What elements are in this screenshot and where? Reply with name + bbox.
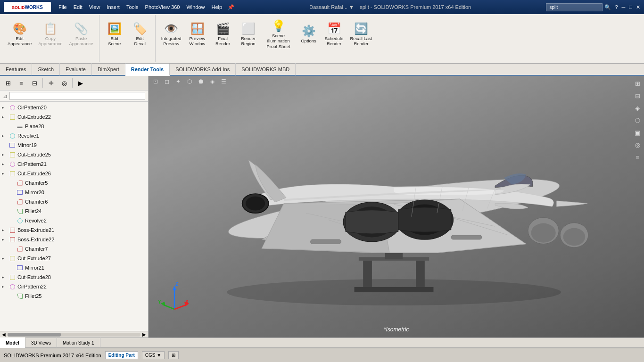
render-region-icon: ⬜ [241, 23, 256, 34]
scroll-left-btn[interactable]: ◀ [2, 332, 6, 337]
sidebar-btn-home[interactable]: ⊞ [2, 77, 14, 89]
edit-appearance-label: EditAppearance [8, 36, 32, 47]
tab-model[interactable]: Model [0, 337, 25, 348]
tree-item-cut-extrude-26[interactable]: ▸ Cut-Extrude26 [0, 169, 148, 178]
final-render-button[interactable]: 🎬 FinalRender [211, 17, 235, 52]
menu-bar: File Edit View Insert Tools PhotoView 36… [56, 3, 225, 11]
tree-item-boss-extrude-21[interactable]: ▸ Boss-Extrude21 [0, 225, 148, 235]
vp-edit-appear-btn[interactable]: ✦ [173, 77, 183, 86]
sidebar-btn-view[interactable]: ◎ [58, 77, 70, 89]
sidebar-btn-more[interactable]: ▶ [74, 77, 87, 89]
vp-right-btn-6[interactable]: ◎ [632, 139, 643, 150]
tab-dimxpert[interactable]: DimXpert [92, 63, 125, 75]
jet-svg [158, 90, 630, 319]
menu-file[interactable]: File [56, 3, 70, 11]
status-bar: SOLIDWORKS Premium 2017 x64 Edition Edit… [0, 348, 644, 362]
cir-pattern-21-icon [8, 160, 16, 168]
tab-features[interactable]: Features [0, 63, 32, 75]
edit-decal-button[interactable]: 🏷️ EditDecal [128, 17, 152, 52]
options-button[interactable]: ⚙️ Options [297, 17, 321, 52]
tree-item-plane28[interactable]: ▬ Plane28 [0, 122, 148, 131]
tab-solidworks-mbd[interactable]: SOLIDWORKS MBD [236, 63, 296, 75]
tree-item-cut-extrude-28[interactable]: ▸ Cut-Extrude28 [0, 272, 148, 282]
tab-3d-views[interactable]: 3D Views [25, 337, 57, 348]
menu-photoview[interactable]: PhotoView 360 [142, 3, 183, 11]
cut-extrude-22-label: Cut-Extrude22 [17, 114, 51, 120]
z-label: Z [175, 281, 178, 287]
vp-right-btn-3[interactable]: ◈ [632, 102, 643, 114]
tab-motion-study[interactable]: Motion Study 1 [57, 337, 100, 348]
tree-item-cut-extrude-25[interactable]: ▸ Cut-Extrude25 [0, 150, 148, 159]
tree-item-mirror20[interactable]: Mirror20 [0, 188, 148, 197]
minimize-icon[interactable]: ─ [622, 4, 626, 10]
menu-insert[interactable]: Insert [104, 3, 123, 11]
menu-window[interactable]: Window [183, 3, 207, 11]
expander: ▸ [2, 275, 8, 280]
menu-tools[interactable]: Tools [124, 3, 141, 11]
tree-item-chamfer7[interactable]: Chamfer7 [0, 244, 148, 254]
sidebar-btn-list[interactable]: ≡ [15, 77, 27, 89]
tree-item-mirror21[interactable]: Mirror21 [0, 263, 148, 272]
chamfer5-icon [16, 179, 24, 187]
tree-item-chamfer6[interactable]: Chamfer6 [0, 197, 148, 206]
engine-body-left [346, 210, 398, 234]
cgs-status[interactable]: CGS ▼ [142, 351, 165, 359]
recall-last-render-button[interactable]: 🔄 Recall LastRender [347, 17, 375, 52]
menu-view[interactable]: View [86, 3, 103, 11]
copy-appearance-button[interactable]: 📋 CopyAppearance [35, 17, 65, 52]
edit-scene-button[interactable]: 🖼️ EditScene [102, 17, 127, 52]
integrated-preview-button[interactable]: 👁️ IntegratedPreview [158, 17, 184, 52]
vp-shaded-btn[interactable]: ◻ [162, 77, 172, 86]
landing-gear-right-inner [531, 223, 556, 243]
chamfer7-label: Chamfer7 [25, 246, 48, 252]
tree-item-revolve2[interactable]: Revolve2 [0, 216, 148, 225]
tree-item-cut-extrude-27[interactable]: ▸ Cut-Extrude27 [0, 254, 148, 263]
scene-illumination-button[interactable]: 💡 Scene IlluminationProof Sheet [262, 17, 296, 52]
tree-item-cut-extrude-22[interactable]: ▸ Cut-Extrude22 [0, 112, 148, 122]
menu-edit[interactable]: Edit [71, 3, 85, 11]
preview-window-button[interactable]: 🪟 PreviewWindow [185, 17, 210, 52]
tab-solidworks-addins[interactable]: SOLIDWORKS Add-Ins [170, 63, 236, 75]
tab-evaluate[interactable]: Evaluate [60, 63, 92, 75]
tree-item-cir-pattern-21[interactable]: ▸ CirPattern21 [0, 159, 148, 169]
sidebar-btn-collapse[interactable]: ⊟ [28, 77, 41, 89]
tree-item-fillet24[interactable]: Fillet24 [0, 206, 148, 216]
extra-status-icon[interactable]: ⊞ [168, 351, 179, 359]
vp-camera-btn[interactable]: ◈ [207, 77, 217, 86]
expander [9, 181, 16, 185]
filter-input[interactable] [9, 92, 145, 100]
vp-right-btn-5[interactable]: ▣ [632, 127, 643, 138]
scroll-right-btn[interactable]: ▶ [142, 332, 146, 337]
tab-render-tools[interactable]: Render Tools [125, 64, 170, 76]
jet-model-container [158, 90, 630, 319]
vp-right-btn-7[interactable]: ≡ [632, 151, 643, 163]
tab-sketch[interactable]: Sketch [32, 63, 60, 75]
pin-icon[interactable]: 📌 [228, 4, 234, 10]
menu-help[interactable]: Help [209, 3, 225, 11]
tree-item-cir-pattern-20[interactable]: ▸ CirPattern20 [0, 103, 148, 112]
vp-view-orient-btn[interactable]: ⊡ [150, 77, 161, 86]
scroll-bar[interactable] [8, 333, 140, 337]
search-icon[interactable]: 🔍 [604, 4, 611, 10]
vp-lights-btn[interactable]: ⬟ [196, 77, 206, 86]
vp-right-btn-2[interactable]: ⊟ [632, 90, 643, 101]
help-icon[interactable]: ? [615, 4, 618, 10]
render-region-button[interactable]: ⬜ RenderRegion [236, 17, 261, 52]
tree-item-chamfer5[interactable]: Chamfer5 [0, 178, 148, 188]
vp-right-btn-4[interactable]: ⬡ [632, 115, 643, 126]
vp-menu-btn[interactable]: ☰ [218, 77, 229, 86]
tree-item-boss-extrude-22[interactable]: ▸ Boss-Extrude22 [0, 235, 148, 244]
edit-appearance-button[interactable]: 🎨 EditAppearance [5, 17, 34, 52]
search-input[interactable] [546, 3, 603, 11]
vp-scene-btn[interactable]: ⬡ [184, 77, 195, 86]
schedule-render-button[interactable]: 📅 ScheduleRender [322, 17, 347, 52]
tree-item-cir-pattern-22[interactable]: ▸ CirPattern22 [0, 282, 148, 291]
copy-appearance-label: CopyAppearance [38, 36, 62, 47]
tree-item-revolve1[interactable]: ▸ Revolve1 [0, 131, 148, 140]
paste-appearance-button[interactable]: 📎 PasteAppearance [66, 17, 96, 52]
close-icon[interactable]: ✕ [636, 4, 640, 10]
sidebar-btn-add[interactable]: ✛ [45, 77, 57, 89]
maximize-icon[interactable]: □ [629, 4, 632, 10]
tree-item-mirror19[interactable]: Mirror19 [0, 140, 148, 150]
tree-item-fillet25[interactable]: Fillet25 [0, 291, 148, 301]
